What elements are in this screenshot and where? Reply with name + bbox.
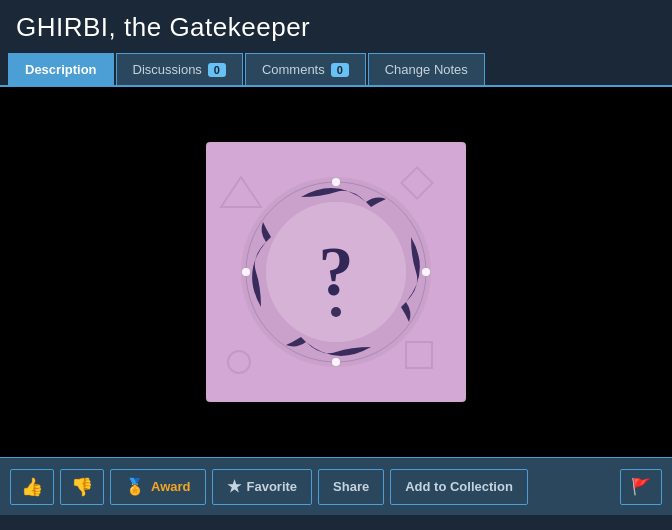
- flag-icon: 🚩: [631, 477, 651, 496]
- award-icon: 🏅: [125, 477, 145, 496]
- artwork-svg: ?: [211, 147, 461, 397]
- thumbup-icon: 👍: [21, 476, 43, 498]
- discussions-badge: 0: [208, 63, 226, 77]
- tab-discussions[interactable]: Discussions 0: [116, 53, 243, 85]
- favorite-label: Favorite: [247, 479, 298, 494]
- add-to-collection-button[interactable]: Add to Collection: [390, 469, 528, 505]
- award-label: Award: [151, 479, 191, 494]
- artwork-image: ?: [206, 142, 466, 402]
- share-label: Share: [333, 479, 369, 494]
- tab-discussions-label: Discussions: [133, 62, 202, 77]
- tab-description[interactable]: Description: [8, 53, 114, 85]
- tabs-bar: Description Discussions 0 Comments 0 Cha…: [0, 53, 672, 87]
- svg-point-9: [422, 268, 430, 276]
- share-button[interactable]: Share: [318, 469, 384, 505]
- tab-changenotes-label: Change Notes: [385, 62, 468, 77]
- tab-description-label: Description: [25, 62, 97, 77]
- action-bar: 👍 👎 🏅 Award ★ Favorite Share Add to Coll…: [0, 457, 672, 515]
- favorite-button[interactable]: ★ Favorite: [212, 469, 313, 505]
- tab-comments[interactable]: Comments 0: [245, 53, 366, 85]
- favorite-icon: ★: [227, 477, 241, 496]
- comments-badge: 0: [331, 63, 349, 77]
- svg-point-13: [331, 307, 341, 317]
- tab-comments-label: Comments: [262, 62, 325, 77]
- award-button[interactable]: 🏅 Award: [110, 469, 206, 505]
- tab-changenotes[interactable]: Change Notes: [368, 53, 485, 85]
- add-to-collection-label: Add to Collection: [405, 479, 513, 494]
- svg-point-8: [332, 178, 340, 186]
- content-area: ?: [0, 87, 672, 457]
- svg-point-11: [242, 268, 250, 276]
- flag-button[interactable]: 🚩: [620, 469, 662, 505]
- svg-text:?: ?: [319, 233, 354, 310]
- thumbdown-button[interactable]: 👎: [60, 469, 104, 505]
- thumbup-button[interactable]: 👍: [10, 469, 54, 505]
- svg-point-10: [332, 358, 340, 366]
- thumbdown-icon: 👎: [71, 476, 93, 498]
- page-title: GHIRBI, the Gatekeeper: [0, 0, 672, 53]
